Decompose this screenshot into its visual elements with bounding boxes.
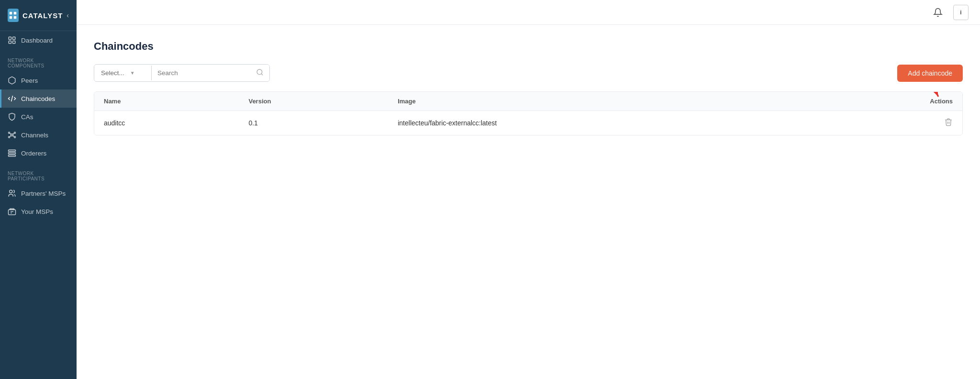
svg-line-16: [13, 135, 14, 137]
sidebar-collapse-button[interactable]: ‹: [67, 11, 69, 19]
svg-rect-0: [10, 12, 12, 14]
search-input[interactable]: [157, 69, 253, 77]
sidebar-item-channels[interactable]: Channels: [0, 126, 77, 144]
svg-rect-4: [9, 37, 11, 39]
svg-point-20: [10, 190, 12, 193]
filter-bar: Select... ▼: [94, 64, 270, 82]
cell-actions: [812, 111, 962, 135]
col-actions: Actions: [812, 92, 962, 111]
add-chaincode-button[interactable]: Add chaincode: [897, 65, 963, 82]
table-row: auditcc 0.1 intellecteu/fabric-externalc…: [94, 111, 962, 135]
svg-point-11: [9, 136, 10, 138]
svg-rect-2: [10, 16, 12, 19]
network-components-label: Network components: [0, 49, 77, 71]
table-body: auditcc 0.1 intellecteu/fabric-externalc…: [94, 111, 962, 135]
svg-point-12: [14, 136, 16, 138]
svg-point-10: [14, 132, 16, 134]
chevron-down-icon: ▼: [130, 70, 135, 76]
filter-select-value: Select...: [101, 69, 124, 77]
cell-name: auditcc: [94, 111, 239, 135]
svg-rect-7: [13, 41, 15, 44]
notification-bell-button[interactable]: [930, 5, 946, 20]
filter-select[interactable]: Select... ▼: [94, 66, 152, 80]
svg-line-26: [261, 74, 263, 75]
sidebar-logo: CATALYST ‹: [0, 0, 77, 31]
svg-rect-19: [9, 155, 16, 156]
svg-line-13: [10, 133, 11, 134]
sidebar-item-chaincodes[interactable]: Chaincodes: [0, 89, 77, 108]
col-name: Name: [94, 92, 239, 111]
svg-line-15: [10, 135, 11, 137]
sidebar-item-peers[interactable]: Peers: [0, 71, 77, 89]
svg-point-9: [9, 132, 10, 134]
sidebar-item-chaincodes-label: Chaincodes: [21, 95, 55, 102]
user-icon-label: i: [960, 9, 962, 16]
sidebar-item-orderers[interactable]: Orderers: [0, 144, 77, 162]
svg-rect-1: [14, 12, 16, 14]
sidebar-item-channels-label: Channels: [21, 132, 48, 139]
logo-icon: [8, 9, 19, 22]
page-title: Chaincodes: [94, 40, 963, 53]
cell-version: 0.1: [239, 111, 388, 135]
sidebar-item-orderers-label: Orderers: [21, 150, 46, 157]
chaincodes-table: Name Version Image Actions auditcc 0.1 i…: [94, 92, 962, 135]
app-logo-text: CATALYST: [22, 11, 63, 20]
sidebar: CATALYST ‹ Dashboard Network components …: [0, 0, 77, 379]
sidebar-item-your-msps-label: Your MSPs: [21, 208, 53, 215]
sidebar-item-cas[interactable]: CAs: [0, 108, 77, 126]
svg-rect-21: [9, 210, 16, 215]
cell-image: intellecteu/fabric-externalcc:latest: [388, 111, 812, 135]
svg-rect-6: [9, 41, 11, 44]
sidebar-item-dashboard[interactable]: Dashboard: [0, 31, 77, 49]
table-header: Name Version Image Actions: [94, 92, 962, 111]
col-image: Image: [388, 92, 812, 111]
network-participants-label: Network participants: [0, 162, 77, 184]
col-version: Version: [239, 92, 388, 111]
sidebar-item-cas-label: CAs: [21, 113, 33, 121]
page-content: Chaincodes Select... ▼ Add ch: [77, 25, 980, 379]
search-icon[interactable]: [256, 68, 264, 78]
user-button[interactable]: i: [953, 5, 969, 20]
sidebar-item-partners-msps-label: Partners' MSPs: [21, 190, 66, 197]
svg-rect-22: [10, 209, 14, 210]
search-wrap: [152, 65, 269, 81]
main-content: i Chaincodes Select... ▼: [77, 0, 980, 379]
svg-rect-5: [13, 37, 15, 39]
sidebar-item-peers-label: Peers: [21, 77, 38, 84]
toolbar: Select... ▼ Add chaincode: [94, 64, 963, 82]
delete-button[interactable]: [944, 120, 953, 128]
sidebar-item-dashboard-label: Dashboard: [21, 37, 53, 44]
sidebar-item-your-msps[interactable]: Your MSPs: [0, 202, 77, 221]
svg-line-14: [13, 133, 14, 134]
topbar: i: [77, 0, 980, 25]
svg-rect-17: [9, 150, 16, 151]
sidebar-item-partners-msps[interactable]: Partners' MSPs: [0, 184, 77, 202]
svg-rect-3: [14, 16, 16, 19]
svg-point-25: [257, 69, 262, 75]
svg-rect-18: [9, 153, 16, 154]
chaincodes-table-wrap: Name Version Image Actions auditcc 0.1 i…: [94, 91, 963, 135]
